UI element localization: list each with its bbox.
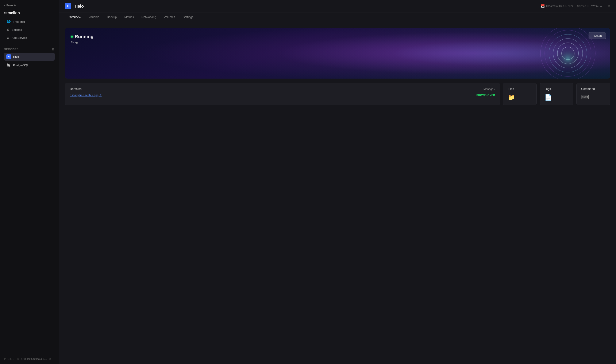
created-at-label: Created at Dec 8, 2024 <box>546 5 574 8</box>
page-content: Running 1h ago Restart Domains Manage › <box>59 22 616 364</box>
hero-card: Running 1h ago Restart <box>65 28 610 78</box>
services-header: Services ⊞ <box>4 48 55 51</box>
service-id-value: 67554ca... <box>591 5 606 8</box>
service-item-postgresql[interactable]: 🐘 PostgreSQL <box>4 61 55 69</box>
external-link-icon: ↗ <box>99 93 102 97</box>
service-id-container: Service ID 67554ca... ⧉ <box>577 4 610 8</box>
plus-circle-icon: ⊕ <box>7 36 10 39</box>
copy-service-id-icon[interactable]: ⧉ <box>608 4 610 8</box>
back-label: Projects <box>6 4 16 7</box>
domain-link[interactable]: ruibaby.free.zeabur.app ↗ <box>70 93 102 97</box>
tab-variable[interactable]: Variable <box>85 13 103 22</box>
project-id-label: Project ID <box>4 358 19 360</box>
back-link[interactable]: ‹ Projects <box>4 4 55 7</box>
command-card-content: ⌨ <box>581 93 605 101</box>
files-card-content: 📁 <box>508 93 532 101</box>
domain-url: ruibaby.free.zeabur.app <box>70 93 98 97</box>
chevron-left-icon: ‹ <box>4 4 5 7</box>
sidebar-item-add-service-label: Add Service <box>12 36 27 39</box>
services-section-label: Services <box>4 48 19 51</box>
sidebar-item-free-trial-label: Free Trial <box>13 20 25 23</box>
sidebar-footer: Project ID 67554c9f6a69da0613... ⧉ <box>0 354 59 364</box>
running-status-dot <box>71 36 73 38</box>
domains-header: Domains Manage › <box>70 87 495 91</box>
manage-arrow-icon: › <box>494 87 495 91</box>
postgresql-icon: 🐘 <box>6 63 11 67</box>
tab-backup[interactable]: Backup <box>103 13 121 22</box>
main-panel: H Halo 📅 Created at Dec 8, 2024 Service … <box>59 0 616 364</box>
service-id-label: Service ID <box>577 5 589 8</box>
logs-card-content: 📄 <box>545 93 569 101</box>
sidebar-item-settings[interactable]: ⚙ Settings <box>4 26 55 33</box>
project-id-value: 67554c9f6a69da0613... <box>21 357 47 360</box>
tab-volumes[interactable]: Volumes <box>160 13 179 22</box>
logs-card[interactable]: Logs 📄 <box>540 83 574 105</box>
sidebar-top: ‹ Projects stmelion 🌐 Free Trial ⚙ Setti… <box>0 0 59 46</box>
service-logo: H <box>65 3 71 9</box>
globe-icon: 🌐 <box>7 20 11 24</box>
tab-networking[interactable]: Networking <box>138 13 160 22</box>
manage-label: Manage <box>484 87 493 91</box>
copy-project-id-icon[interactable]: ⧉ <box>49 357 51 361</box>
hero-text: Running 1h ago <box>71 34 604 44</box>
domain-row: ruibaby.free.zeabur.app ↗ PROVISIONED <box>70 93 495 97</box>
command-card[interactable]: Command ⌨ <box>576 83 610 105</box>
calendar-icon: 📅 <box>541 4 545 8</box>
logs-title: Logs <box>545 87 569 91</box>
cards-row: Domains Manage › ruibaby.free.zeabur.app… <box>65 83 610 105</box>
gear-icon: ⚙ <box>7 28 10 32</box>
topbar-meta: 📅 Created at Dec 8, 2024 Service ID 6755… <box>541 4 610 8</box>
domains-card[interactable]: Domains Manage › ruibaby.free.zeabur.app… <box>65 83 500 105</box>
tab-settings[interactable]: Settings <box>179 13 197 22</box>
sidebar: ‹ Projects stmelion 🌐 Free Trial ⚙ Setti… <box>0 0 59 364</box>
service-item-halo-label: Halo <box>13 55 19 58</box>
provisioned-badge: PROVISIONED <box>476 94 495 97</box>
running-status-label: Running <box>75 34 93 39</box>
command-icon: ⌨ <box>581 94 589 101</box>
halo-icon: H <box>6 54 11 59</box>
logs-icon: 📄 <box>545 94 552 101</box>
restart-button[interactable]: Restart <box>588 32 606 39</box>
sidebar-item-settings-label: Settings <box>12 28 22 31</box>
svg-point-6 <box>555 45 581 68</box>
tab-overview[interactable]: Overview <box>65 13 85 22</box>
tabs-bar: Overview Variable Backup Metrics Network… <box>59 13 616 22</box>
topbar: H Halo 📅 Created at Dec 8, 2024 Service … <box>59 0 616 13</box>
tab-metrics[interactable]: Metrics <box>120 13 138 22</box>
sidebar-item-add-service[interactable]: ⊕ Add Service <box>4 34 55 41</box>
manage-link[interactable]: Manage › <box>484 87 495 91</box>
running-badge: Running <box>71 34 604 39</box>
topbar-service-name: Halo <box>75 4 84 9</box>
sidebar-item-free-trial[interactable]: 🌐 Free Trial <box>4 18 55 25</box>
created-at: 📅 Created at Dec 8, 2024 <box>541 4 574 8</box>
domains-title: Domains <box>70 87 82 91</box>
service-item-halo[interactable]: H Halo <box>4 53 55 61</box>
files-card[interactable]: Files 📁 <box>503 83 537 105</box>
files-icon: 📁 <box>508 94 515 101</box>
running-time: 1h ago <box>71 41 604 44</box>
service-item-postgresql-label: PostgreSQL <box>13 64 29 67</box>
services-section: Services ⊞ H Halo 🐘 PostgreSQL <box>0 46 59 72</box>
files-title: Files <box>508 87 532 91</box>
add-services-icon[interactable]: ⊞ <box>52 48 55 51</box>
project-title: stmelion <box>4 11 55 15</box>
command-title: Command <box>581 87 605 91</box>
